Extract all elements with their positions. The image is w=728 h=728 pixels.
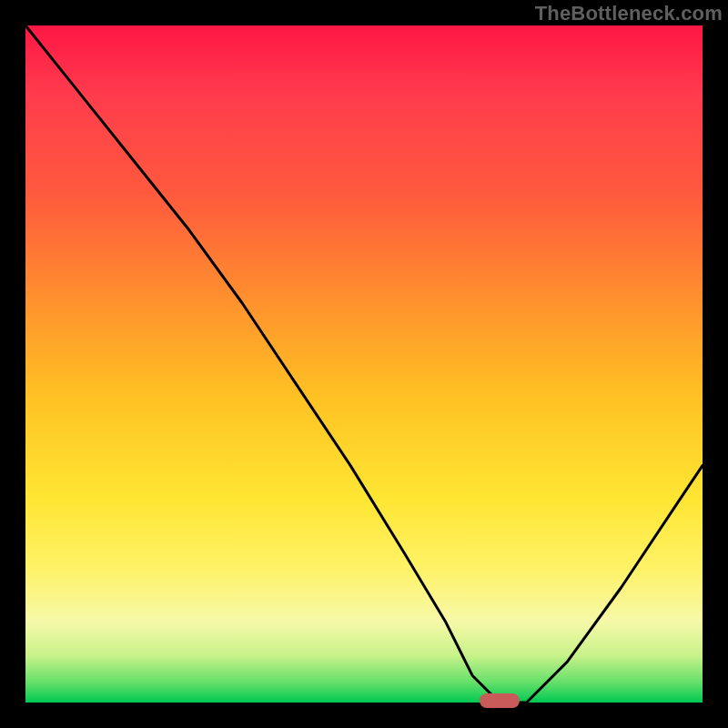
watermark-text: TheBottleneck.com [535,2,723,25]
bottleneck-curve [25,25,703,703]
optimal-marker [480,693,521,708]
curve-path [25,25,703,703]
plot-area [25,25,703,703]
chart-frame: TheBottleneck.com [0,0,728,728]
